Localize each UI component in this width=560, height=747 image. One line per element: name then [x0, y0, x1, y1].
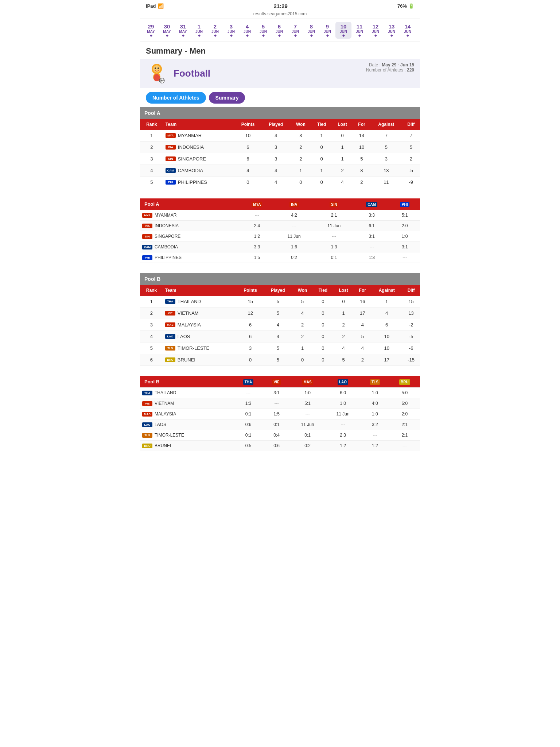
pool-a-cross-section: Pool AMYAINASINCAMPHI MYA MYANMAR---4:22…	[140, 198, 420, 263]
cross-row: MYA MYANMAR---4:22:13:35:1	[140, 210, 420, 221]
athlete-count: Number of Athletes : 220	[366, 67, 414, 73]
date-nav-item-5JUN[interactable]: 5JUN◆	[255, 22, 271, 39]
col-lost: Lost	[332, 119, 353, 130]
cross-result-cell: 6:1	[354, 221, 390, 231]
tied-cell: 1	[311, 130, 332, 142]
date-nav-item-3JUN[interactable]: 3JUN◆	[223, 22, 239, 39]
cross-result-cell: 0:5	[233, 441, 263, 451]
date-nav-item-13JUN[interactable]: 13JUN◆	[384, 22, 400, 39]
cross-result-cell: 2:1	[314, 210, 354, 221]
lost-cell: 0	[333, 296, 354, 307]
cross-result-cell: ---	[389, 441, 420, 451]
lost-cell: 0	[332, 130, 353, 142]
pool-a-header: Pool A	[140, 107, 420, 119]
battery-label: 76%	[397, 3, 407, 9]
date-nav-item-7JUN[interactable]: 7JUN◆	[287, 22, 303, 39]
date-nav-item-6JUN[interactable]: 6JUN◆	[271, 22, 287, 39]
date-nav-item-14JUN[interactable]: 14JUN◆	[400, 22, 416, 39]
date-nav-item-4JUN[interactable]: 4JUN◆	[239, 22, 255, 39]
cross-result-cell: 3:1	[263, 388, 290, 398]
lost-cell: 1	[332, 153, 353, 165]
diff-cell: 2	[402, 153, 420, 165]
cross-result-cell: 11 Jun	[290, 419, 325, 430]
points-cell: 6	[237, 331, 264, 342]
cross-result-cell: 0:2	[274, 252, 314, 263]
for-cell: 10	[353, 142, 370, 153]
device-label: iPad	[146, 3, 156, 9]
col-played: Played	[262, 119, 290, 130]
date-nav-item-11JUN[interactable]: 11JUN◆	[351, 22, 368, 39]
pool-a-cross-table: Pool AMYAINASINCAMPHI MYA MYANMAR---4:22…	[140, 198, 420, 263]
date-nav-item-8JUN[interactable]: 8JUN◆	[303, 22, 319, 39]
col-for: For	[353, 119, 370, 130]
date-nav-item-15JUN[interactable]: 15JUN◆	[416, 22, 420, 39]
cross-result-cell: 1:2	[325, 441, 361, 451]
cross-result-cell: 1:3	[233, 398, 263, 409]
battery-icon: 🔋	[408, 3, 414, 9]
date-nav-item-2JUN[interactable]: 2JUN◆	[207, 22, 223, 39]
cross-result-cell: 11 Jun	[274, 231, 314, 242]
team-cell: CAM CAMBODIA	[163, 165, 234, 177]
for-cell: 5	[354, 331, 371, 342]
diff-cell: -9	[402, 177, 420, 188]
lost-cell: 5	[333, 354, 354, 366]
diff-cell: -5	[402, 165, 420, 177]
cross-result-cell: ---	[274, 221, 314, 231]
status-bar: iPad 📶 21:29 76% 🔋	[140, 0, 420, 11]
won-cell: 0	[290, 177, 311, 188]
cross-result-cell: 0:1	[314, 252, 354, 263]
date-nav-item-12JUN[interactable]: 12JUN◆	[368, 22, 384, 39]
summary-button[interactable]: Summary	[209, 92, 245, 104]
table-row: 3 SIN SINGAPORE 6 3 2 0 1 5 3 2	[140, 153, 420, 165]
cross-result-cell: 1:6	[274, 242, 314, 252]
date-navigation: 29MAY◆30MAY◆31MAY◆1JUN◆2JUN◆3JUN◆4JUN◆5J…	[140, 19, 420, 42]
points-cell: 15	[237, 296, 264, 307]
for-cell: 17	[354, 307, 371, 319]
cross-result-cell: ---	[240, 210, 274, 221]
for-cell: 4	[354, 342, 371, 354]
against-cell: 7	[370, 130, 402, 142]
col-header-MYA: MYA	[240, 198, 274, 210]
cross-result-cell: 1:0	[361, 409, 389, 419]
for-cell: 8	[353, 165, 370, 177]
cross-result-cell: 1:5	[240, 252, 274, 263]
svg-point-1	[153, 65, 160, 73]
played-cell: 5	[264, 296, 292, 307]
pool-b-standings-table: Rank Team Points Played Won Tied Lost Fo…	[140, 285, 420, 366]
number-of-athletes-button[interactable]: Number of Athletes	[146, 92, 206, 104]
rank-cell: 3	[140, 153, 163, 165]
played-cell: 3	[262, 142, 290, 153]
pool-b-section: Pool B Rank Team Points Played Won Tied …	[140, 273, 420, 366]
col-against-b: Against	[371, 285, 402, 296]
lost-cell: 4	[333, 342, 354, 354]
cross-result-cell: 3:1	[389, 242, 420, 252]
date-nav-item-30MAY[interactable]: 30MAY◆	[159, 22, 175, 39]
col-header-THA: THA	[233, 376, 263, 388]
won-cell: 5	[292, 296, 313, 307]
cross-result-cell: 0:1	[233, 409, 263, 419]
standings-header-row-b: Rank Team Points Played Won Tied Lost Fo…	[140, 285, 420, 296]
team-cell: MYA MYANMAR	[163, 130, 234, 142]
date-nav-item-9JUN[interactable]: 9JUN◆	[319, 22, 335, 39]
team-cell: INA INDONESIA	[163, 142, 234, 153]
tied-cell: 0	[313, 354, 333, 366]
points-cell: 3	[237, 342, 264, 354]
date-nav-item-31MAY[interactable]: 31MAY◆	[175, 22, 191, 39]
cross-result-cell: 0:2	[290, 441, 325, 451]
table-row: 5 PHI PHILIPPINES 0 4 0 0 4 2 11 -9	[140, 177, 420, 188]
svg-point-3	[158, 67, 159, 69]
col-team-b: Team	[163, 285, 237, 296]
date-nav-item-10JUN[interactable]: 10JUN◆	[335, 22, 351, 39]
won-cell: 1	[290, 165, 311, 177]
date-nav-item-1JUN[interactable]: 1JUN◆	[191, 22, 207, 39]
cross-result-cell: 0:1	[263, 419, 290, 430]
cross-team-cell: MYA MYANMAR	[140, 210, 240, 221]
against-cell: 17	[371, 354, 402, 366]
cross-result-cell: ---	[325, 419, 361, 430]
date-nav-item-29MAY[interactable]: 29MAY◆	[143, 22, 159, 39]
col-won: Won	[290, 119, 311, 130]
sport-header: Football Date : May 29 - Jun 15 Number o…	[140, 59, 420, 88]
won-cell: 2	[292, 319, 313, 331]
cross-header-row: Pool AMYAINASINCAMPHI	[140, 198, 420, 210]
col-rank-b: Rank	[140, 285, 163, 296]
